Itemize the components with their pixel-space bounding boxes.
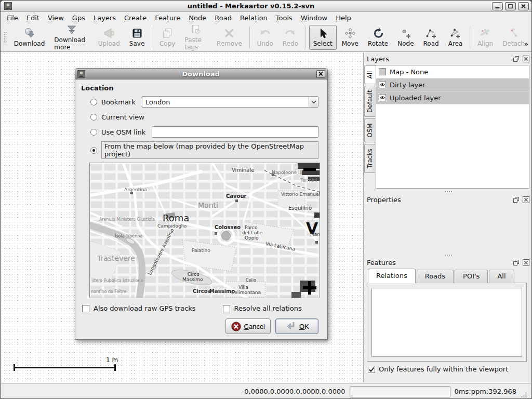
- toolbar-button-label: Copy: [159, 40, 175, 47]
- layers-tab-strip: AllDefaultOSMTracks: [364, 65, 376, 173]
- toolbar-download-more-button[interactable]: Download more: [50, 25, 92, 50]
- menu-layers[interactable]: Layers: [89, 13, 120, 23]
- node-icon: [400, 27, 412, 39]
- status-bar: -0.0000,0.0000,0.0000,0.0000 0ms;ppm:392…: [1, 383, 531, 399]
- menu-help[interactable]: Help: [331, 13, 355, 23]
- map-layer-swatch[interactable]: [379, 68, 386, 75]
- eye-icon[interactable]: [379, 94, 386, 101]
- from-map-radio[interactable]: [90, 147, 97, 154]
- layers-tab-all[interactable]: All: [364, 65, 376, 84]
- dock-splitter[interactable]: [364, 190, 532, 193]
- features-close-icon[interactable]: [522, 259, 529, 266]
- merkaartor-window: untitled - Merkaartor v0.15.2-svn FileEd…: [0, 0, 532, 399]
- resolve-relations-checkbox[interactable]: [223, 305, 230, 312]
- toolbar-copy-button: Copy: [155, 25, 179, 50]
- toolbar-separator: [249, 26, 250, 48]
- menu-feature[interactable]: Feature: [151, 13, 184, 23]
- map-zoom-in-button[interactable]: [303, 281, 316, 295]
- toolbar-separator: [470, 26, 470, 48]
- map-label: nardino da Feltre: [91, 289, 126, 294]
- toolbar-redo-button: Redo: [278, 25, 302, 50]
- menu-road[interactable]: Road: [210, 13, 236, 23]
- toolbar-road-button[interactable]: Road: [419, 25, 443, 50]
- map-label: Argentina: [124, 187, 147, 192]
- map-zoom-out-button[interactable]: [303, 168, 316, 171]
- toolbar-area-button[interactable]: Area: [444, 25, 467, 50]
- toolbar-download-button[interactable]: Download: [10, 25, 49, 50]
- layer-label: Dirty layer: [390, 81, 425, 89]
- layers-tab-tracks[interactable]: Tracks: [364, 144, 375, 173]
- features-tab-poi-s[interactable]: POI's: [455, 270, 488, 283]
- layers-tab-label: Tracks: [366, 149, 374, 168]
- resize-grip[interactable]: [521, 391, 527, 398]
- toolbar-overflow-chevron[interactable]: »: [524, 40, 528, 48]
- gps-tracks-checkbox[interactable]: [82, 305, 89, 312]
- features-float-icon[interactable]: [512, 259, 520, 266]
- toolbar-rotate-button[interactable]: Rotate: [364, 25, 392, 50]
- toolbar-select-button[interactable]: Select: [309, 25, 337, 50]
- toolbar-separator: [305, 26, 306, 48]
- toolbar-button-label: Undo: [257, 40, 273, 47]
- osm-link-option-row: Use OSM link: [90, 126, 318, 138]
- map-label: Campidoglio: [157, 223, 187, 229]
- menu-view[interactable]: View: [44, 13, 68, 23]
- layers-tab-default[interactable]: Default: [364, 86, 375, 117]
- dock-splitter[interactable]: [364, 253, 532, 257]
- toolbar-drag-handle[interactable]: [4, 32, 7, 43]
- menu-edit[interactable]: Edit: [22, 13, 44, 23]
- menu-tools[interactable]: Tools: [272, 13, 297, 23]
- menu-create[interactable]: Create: [120, 13, 151, 23]
- menu-file[interactable]: File: [3, 13, 22, 23]
- features-tab-all[interactable]: All: [489, 270, 514, 283]
- osm-link-input[interactable]: [152, 126, 318, 138]
- toolbar-node-button[interactable]: Node: [393, 25, 418, 50]
- layer-row-map-none[interactable]: Map - None: [376, 65, 529, 78]
- cancel-button[interactable]: Cancel: [225, 318, 271, 334]
- select-icon: [316, 27, 329, 39]
- menu-gps[interactable]: Gps: [68, 13, 89, 23]
- layers-tab-osm[interactable]: OSM: [364, 118, 375, 142]
- eye-icon[interactable]: [379, 81, 386, 88]
- properties-close-icon[interactable]: [522, 196, 529, 203]
- menu-window[interactable]: Window: [297, 13, 331, 23]
- osm-link-radio[interactable]: [90, 129, 97, 136]
- toolbar-button-label: Download: [14, 40, 45, 47]
- app-icon: [4, 2, 12, 10]
- toolbar-move-button[interactable]: Move: [338, 25, 363, 50]
- layer-row-uploaded-layer[interactable]: Uploaded layer: [376, 91, 529, 104]
- features-list[interactable]: [371, 288, 522, 357]
- resolve-relations-checkbox-label: Resolve all relations: [234, 304, 302, 312]
- menu-node[interactable]: Node: [184, 13, 210, 23]
- toolbar-button-label: Redo: [283, 40, 298, 47]
- bookmark-radio[interactable]: [90, 99, 97, 105]
- properties-float-icon[interactable]: [512, 196, 520, 203]
- map-label: Isola Tiberina: [115, 234, 143, 238]
- chevron-down-icon[interactable]: [309, 97, 318, 107]
- maximize-button[interactable]: [505, 2, 516, 10]
- bookmark-combobox[interactable]: London: [142, 96, 318, 108]
- toolbar-save-button[interactable]: Save: [125, 25, 149, 50]
- ok-enter-icon: [285, 322, 296, 331]
- features-tab-relations[interactable]: Relations: [368, 269, 416, 283]
- ok-button[interactable]: OK: [275, 318, 318, 334]
- current-view-option-row: Current view: [90, 111, 318, 123]
- viewport-only-checkbox[interactable]: [368, 366, 375, 373]
- osm-map-preview[interactable]: ViminaleNapoleone IIITermini - LaArgenti…: [89, 163, 320, 298]
- dialog-close-icon[interactable]: [316, 70, 325, 78]
- layer-row-dirty-layer[interactable]: Dirty layer: [376, 78, 529, 91]
- minimize-button[interactable]: [492, 2, 503, 10]
- remove-icon: [223, 27, 235, 39]
- toolbar-button-label: Paste tags: [184, 36, 207, 51]
- dialog-icon: [77, 70, 85, 78]
- layers-float-icon[interactable]: [512, 56, 520, 62]
- toolbar-button-label: Detach: [502, 40, 525, 47]
- layers-close-icon[interactable]: [522, 56, 529, 62]
- current-view-radio[interactable]: [90, 114, 97, 121]
- map-label: Circo Massimo: [193, 288, 235, 294]
- title-bar[interactable]: untitled - Merkaartor v0.15.2-svn: [1, 1, 531, 12]
- close-button[interactable]: [518, 2, 529, 10]
- dialog-title-bar[interactable]: Download: [75, 69, 327, 79]
- menu-relation[interactable]: Relation: [236, 13, 272, 23]
- layers-panel-title: Layers: [367, 55, 510, 63]
- features-tab-roads[interactable]: Roads: [417, 270, 454, 283]
